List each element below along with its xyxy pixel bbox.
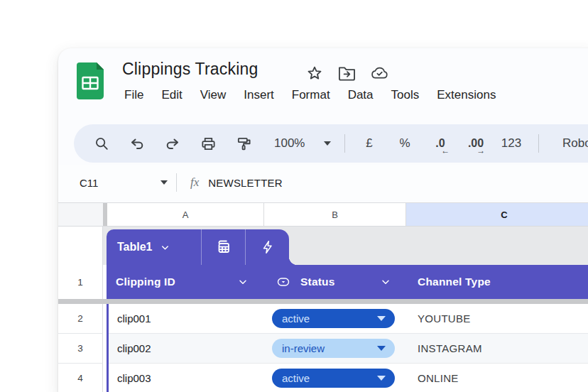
table-header-row: 1 Clipping ID Status Channel Type	[58, 265, 588, 299]
chevron-down-icon	[160, 180, 168, 185]
spreadsheet-grid: A B C Table1	[58, 202, 588, 392]
fx-icon: fx	[190, 175, 199, 190]
header-status[interactable]: Status	[300, 265, 335, 299]
status-dropdown-chip[interactable]: active	[272, 309, 395, 328]
column-header-row: A B C	[58, 203, 588, 227]
table-tab: Table1	[107, 229, 289, 265]
star-icon[interactable]	[305, 64, 323, 82]
menu-file[interactable]: File	[124, 86, 143, 104]
cloud-saved-icon[interactable]	[371, 64, 388, 82]
cell-channel-type[interactable]: ONLINE	[406, 364, 588, 392]
chevron-down-icon	[377, 346, 386, 351]
column-header-b[interactable]: B	[264, 203, 406, 226]
formula-bar-divider	[176, 173, 177, 192]
row-number-1[interactable]: 1	[58, 265, 103, 299]
arrow-left-icon: ←	[441, 146, 450, 156]
font-selector[interactable]: Robo	[562, 136, 588, 151]
zoom-value: 100%	[274, 136, 305, 151]
cell-clipping-id[interactable]: clip003	[109, 364, 264, 392]
frozen-row-divider[interactable]	[58, 299, 588, 304]
cell-name-box[interactable]: C11	[80, 177, 168, 189]
toolbar-divider	[538, 134, 539, 153]
cell-status: active	[264, 364, 406, 392]
number-format-button[interactable]: 123	[494, 129, 529, 158]
table-tab-row: Table1	[58, 227, 588, 265]
toolbar-divider	[344, 134, 345, 153]
dropdown-chip-icon	[276, 275, 291, 289]
menu-bar: File Edit View Insert Format Data Tools …	[124, 86, 496, 104]
paint-format-icon[interactable]	[226, 129, 261, 158]
screenshot-stage: Clippings Tracking File Edit View Insert…	[0, 0, 588, 392]
lightning-bolt-icon	[260, 239, 276, 256]
move-to-folder-icon[interactable]	[338, 64, 356, 82]
row-number-4[interactable]: 4	[58, 364, 103, 392]
active-cell-reference: C11	[80, 177, 98, 189]
chevron-down-icon	[377, 376, 386, 381]
sheets-window: Clippings Tracking File Edit View Insert…	[58, 48, 588, 392]
cell-clipping-id[interactable]: clip001	[109, 304, 264, 334]
column-header-a[interactable]: A	[107, 203, 264, 226]
percent-format-button[interactable]: %	[387, 129, 423, 158]
table-views-button[interactable]	[202, 229, 245, 265]
select-all-corner[interactable]	[58, 203, 103, 226]
decrease-decimal-button[interactable]: .0←	[423, 129, 458, 158]
status-dropdown-chip[interactable]: active	[272, 369, 395, 388]
menu-data[interactable]: Data	[348, 86, 374, 104]
print-icon[interactable]	[190, 129, 226, 158]
menu-extensions[interactable]: Extensions	[437, 86, 496, 104]
table-header-bar: Clipping ID Status Channel Type	[107, 265, 588, 299]
currency-format-button[interactable]: £	[352, 129, 387, 158]
header-clipping-id[interactable]: Clipping ID	[116, 265, 175, 299]
undo-icon[interactable]	[119, 129, 155, 158]
formula-input[interactable]: NEWSLETTER	[208, 177, 283, 189]
table-row: 4 clip003 active ONLINE	[58, 364, 588, 392]
status-dropdown-chip[interactable]: in-review	[272, 339, 395, 358]
column-a-dropdown-icon[interactable]	[237, 276, 249, 288]
row-number-2[interactable]: 2	[58, 304, 103, 334]
document-title[interactable]: Clippings Tracking	[122, 60, 258, 79]
table-name: Table1	[117, 241, 153, 254]
zoom-control[interactable]: 100%	[270, 136, 335, 151]
table-row: 2 clip001 active YOUTUBE	[58, 304, 588, 334]
column-header-c-selected[interactable]: C	[406, 203, 588, 226]
menu-edit[interactable]: Edit	[161, 86, 182, 104]
chevron-down-icon	[324, 141, 331, 146]
cell-channel-type[interactable]: YOUTUBE	[406, 304, 588, 334]
row-gutter-cell	[58, 227, 103, 265]
toolbar: 100% £ % .0← .00→ 123 Robo	[74, 124, 588, 163]
row-number-3[interactable]: 3	[58, 334, 103, 364]
header-channel-type[interactable]: Channel Type	[418, 265, 491, 299]
cell-channel-type[interactable]: INSTAGRAM	[406, 334, 588, 364]
google-sheets-logo[interactable]	[77, 62, 104, 99]
search-icon[interactable]	[84, 129, 119, 158]
table-name-menu[interactable]: Table1	[107, 241, 201, 254]
cell-status: in-review	[264, 334, 406, 364]
arrow-right-icon: →	[477, 146, 485, 156]
redo-icon[interactable]	[155, 129, 190, 158]
menu-view[interactable]: View	[200, 86, 227, 104]
menu-format[interactable]: Format	[292, 86, 330, 104]
increase-decimal-button[interactable]: .00→	[458, 129, 494, 158]
chevron-down-icon	[160, 242, 170, 253]
quick-actions-button[interactable]	[246, 229, 289, 265]
cell-clipping-id[interactable]: clip002	[109, 334, 264, 364]
menu-insert[interactable]: Insert	[244, 86, 274, 104]
chevron-down-icon	[377, 316, 386, 321]
column-b-dropdown-icon[interactable]	[380, 276, 391, 288]
formula-bar: C11 fx NEWSLETTER	[58, 165, 588, 200]
table-views-icon	[214, 238, 233, 256]
menu-tools[interactable]: Tools	[391, 86, 420, 104]
cell-status: active	[264, 304, 406, 334]
table-row: 3 clip002 in-review INSTAGRAM	[58, 334, 588, 364]
